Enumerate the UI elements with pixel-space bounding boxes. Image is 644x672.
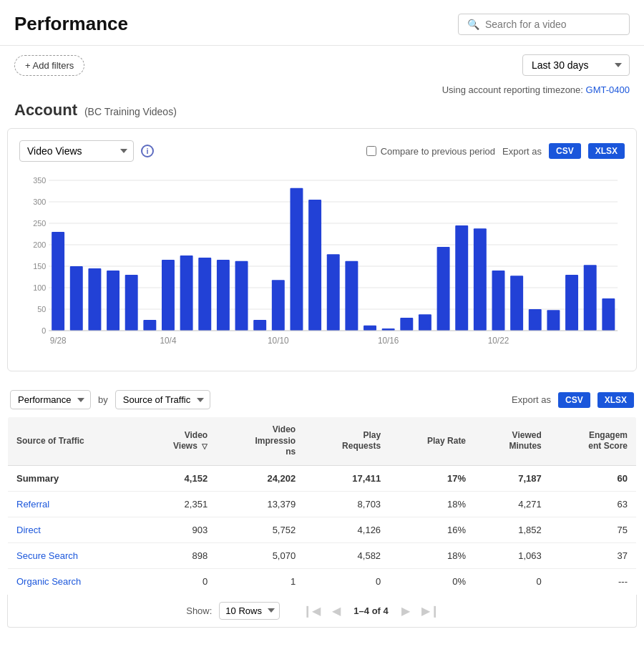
rows-select[interactable]: 10 Rows 5 Rows 25 Rows 50 Rows [219,602,280,620]
bar-chart-svg: 0501001502002503003509/2810/410/1010/161… [19,173,625,359]
summary-source: Summary [8,465,138,491]
svg-text:10/16: 10/16 [378,336,399,346]
svg-rect-16 [52,232,64,331]
svg-rect-45 [584,265,597,331]
table-footer: Show: 10 Rows 5 Rows 25 Rows 50 Rows ❙◀ … [7,595,637,628]
row-play-rate: 0% [389,568,474,594]
row-impressions: 5,070 [216,542,304,568]
first-page-button[interactable]: ❙◀ [298,603,325,619]
row-engagement: 63 [550,491,637,517]
svg-rect-41 [510,276,523,331]
data-table: Source of Traffic VideoViews ▽ VideoImpr… [7,417,637,595]
sort-icon: ▽ [202,442,208,451]
table-toolbar-right: Export as CSV XLSX [512,392,634,408]
svg-rect-28 [272,280,285,331]
add-filters-button[interactable]: + Add filters [14,55,84,76]
performance-select[interactable]: Performance [10,390,91,409]
page-header: Performance 🔍 [0,0,644,46]
row-video-views: 898 [137,542,216,568]
row-engagement: 37 [550,542,637,568]
timezone-link[interactable]: GMT-0400 [586,84,630,95]
svg-rect-17 [70,266,83,331]
toolbar: + Add filters Last 30 days Last 7 days L… [0,46,644,84]
chart-controls-right: Compare to previous period Export as CSV… [366,143,625,159]
compare-checkbox[interactable] [366,146,376,156]
summary-play-requests: 17,411 [304,465,389,491]
page-title: Performance [14,13,128,35]
row-viewed-minutes: 0 [474,568,550,594]
row-video-views: 2,351 [137,491,216,517]
show-label: Show: [186,605,212,616]
account-subtitle: (BC Training Videos) [84,106,177,117]
col-viewed-minutes: ViewedMinutes [474,417,550,466]
table-section: Performance by Source of Traffic Device … [7,383,637,628]
row-source: Organic Search [8,568,138,594]
svg-text:150: 150 [33,262,46,271]
info-icon[interactable]: i [141,145,154,157]
by-select[interactable]: Source of Traffic Device Type Country [115,390,210,409]
svg-rect-20 [125,275,138,331]
row-impressions: 13,379 [216,491,304,517]
svg-rect-26 [235,261,248,331]
date-range-select[interactable]: Last 30 days Last 7 days Last 90 days Cu… [522,54,630,76]
row-play-requests: 0 [304,568,389,594]
svg-text:300: 300 [33,198,46,206]
col-engagement: Engagement Score [550,417,637,466]
row-source: Secure Search [8,542,138,568]
row-play-requests: 4,126 [304,517,389,542]
summary-row: Summary 4,152 24,202 17,411 17% 7,187 60 [8,465,637,491]
svg-rect-24 [198,258,211,331]
table-export-csv-button[interactable]: CSV [558,392,590,408]
svg-rect-32 [345,261,358,331]
svg-text:10/4: 10/4 [160,336,176,346]
source-link[interactable]: Direct [16,525,41,535]
svg-rect-35 [400,318,413,331]
by-label: by [98,394,108,405]
svg-text:250: 250 [33,219,46,228]
svg-rect-36 [419,314,431,331]
svg-text:50: 50 [37,305,46,313]
svg-text:200: 200 [33,240,46,249]
svg-rect-27 [253,320,266,331]
search-input[interactable] [485,19,620,30]
row-video-views: 0 [137,568,216,594]
source-link[interactable]: Referral [16,499,49,510]
pagination-controls: ❙◀ ◀ 1–4 of 4 ▶ ▶❙ [298,603,443,619]
summary-engagement: 60 [550,465,637,491]
summary-impressions: 24,202 [216,465,304,491]
search-container: 🔍 [458,14,630,35]
col-impressions: VideoImpressions [216,417,304,466]
row-play-requests: 8,703 [304,491,389,517]
next-page-button[interactable]: ▶ [397,603,414,619]
svg-rect-37 [437,247,450,331]
row-play-rate: 16% [389,517,474,542]
table-export-xlsx-button[interactable]: XLSX [597,392,634,408]
row-video-views: 903 [137,517,216,542]
chart-export-xlsx-button[interactable]: XLSX [588,143,625,159]
page-info: 1–4 of 4 [348,605,394,616]
source-link[interactable]: Secure Search [16,550,78,561]
summary-play-rate: 17% [389,465,474,491]
svg-text:9/28: 9/28 [50,336,67,346]
svg-rect-25 [217,260,230,331]
svg-text:0: 0 [42,326,46,335]
chart-export-csv-button[interactable]: CSV [549,143,581,159]
bar-chart: 0501001502002503003509/2810/410/1010/161… [19,173,625,359]
account-title: Account [14,101,77,119]
prev-page-button[interactable]: ◀ [328,603,345,619]
search-icon: 🔍 [467,19,479,30]
source-link[interactable]: Organic Search [16,576,81,587]
row-impressions: 1 [216,568,304,594]
table-toolbar-left: Performance by Source of Traffic Device … [10,390,210,409]
row-play-rate: 18% [389,542,474,568]
last-page-button[interactable]: ▶❙ [417,603,444,619]
row-impressions: 5,752 [216,517,304,542]
svg-rect-38 [455,225,468,331]
summary-video-views: 4,152 [137,465,216,491]
svg-rect-18 [88,268,101,331]
row-viewed-minutes: 1,852 [474,517,550,542]
metric-select[interactable]: Video Views Video Impressions Play Reque… [19,140,134,162]
table-row: Secure Search 898 5,070 4,582 18% 1,063 … [8,542,637,568]
svg-rect-33 [364,326,376,331]
svg-rect-19 [107,271,119,331]
